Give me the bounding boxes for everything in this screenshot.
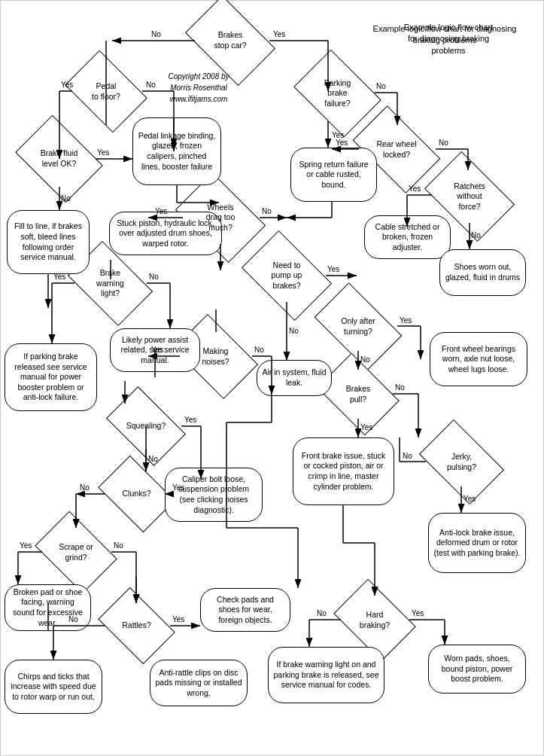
parking-brake-diamond: Parkingbrakefailure? [302, 67, 373, 120]
svg-text:No: No [254, 346, 264, 354]
need-pump-diamond: Need topump upbrakes? [249, 249, 324, 302]
brakes-stop-label: Brakesstop car? [212, 29, 248, 52]
making-noises-label: Makingnoises? [200, 345, 230, 368]
check-pads-text: Check pads and shoes for wear, foreign o… [205, 595, 285, 626]
spring-return-box: Spring return failure or cable rusted, b… [290, 148, 377, 202]
svg-text:No: No [80, 483, 90, 492]
pedal-floor-diamond: Pedalto floor? [72, 67, 140, 116]
brakes-stop-diamond: Brakesstop car? [193, 14, 268, 67]
svg-text:Yes: Yes [336, 139, 348, 147]
scrape-grind-label: Scrape orgrind? [57, 541, 95, 564]
cable-stretched-text: Cable stretched or broken, frozen adjust… [369, 222, 445, 253]
shoes-worn-text: Shoes worn out, glazed, fluid in drums [445, 262, 521, 282]
copyright-text: Copyright 2008 byMorris Rosenthalwww.ifi… [146, 71, 251, 105]
hard-braking-diamond: Hardbraking? [341, 596, 409, 645]
broken-pad-text: Broken pad or shoe facing, warning sound… [10, 587, 86, 629]
pedal-linkage-text: Pedal linkage binding, glazed, frozen ca… [138, 131, 216, 172]
fill-to-line-text: Fill to line, if brakes soft, bleed line… [12, 221, 84, 263]
svg-text:No: No [376, 82, 386, 90]
front-brake-text: Front brake issue, stuck or cocked pisto… [298, 451, 389, 492]
svg-text:Yes: Yes [273, 30, 285, 38]
rear-wheel-label: Rear wheellocked? [375, 138, 418, 161]
anti-lock-text: Anti-lock brake issue, deformed drum or … [433, 528, 521, 559]
jerky-pulsing-label: Jerky,pulsing? [445, 450, 478, 474]
front-brake-box: Front brake issue, stuck or cocked pisto… [293, 437, 394, 505]
caliper-bolt-box: Caliper bolt loose, suspension problem (… [165, 468, 263, 522]
svg-text:Yes: Yes [97, 148, 109, 157]
only-after-diamond: Only afterturning? [321, 302, 396, 351]
svg-text:Yes: Yes [184, 416, 196, 424]
brake-fluid-diamond: Brake fluidlevel OK? [23, 133, 95, 185]
brake-warning-label: Brakewarninglight? [95, 267, 126, 300]
svg-text:No: No [403, 452, 412, 460]
svg-text:No: No [289, 327, 299, 335]
front-wheel-text: Front wheel bearings worn, axle nut loos… [435, 344, 522, 375]
svg-text:No: No [395, 383, 405, 392]
spring-return-text: Spring return failure or cable rusted, b… [296, 160, 372, 191]
brakes-pull-diamond: Brakespull? [324, 370, 392, 419]
stuck-piston-text: Stuck piston, hydraulic lock, over adjus… [114, 218, 217, 249]
only-after-label: Only afterturning? [339, 315, 377, 338]
svg-text:No: No [317, 609, 327, 617]
rattles-diamond: Rattles? [105, 603, 169, 648]
chirps-ticks-box: Chirps and ticks that increase with spee… [5, 660, 102, 714]
ratchets-diamond: Ratchetswithoutforce? [432, 170, 507, 223]
chart-title: Example logic flow chartfor diagnosing b… [369, 22, 527, 56]
svg-text:No: No [151, 30, 161, 38]
svg-text:No: No [149, 273, 159, 281]
squealing-diamond: Squealing? [112, 404, 180, 449]
svg-text:Yes: Yes [412, 609, 424, 617]
clunks-label: Clunks? [121, 487, 153, 501]
check-pads-box: Check pads and shoes for wear, foreign o… [200, 588, 290, 632]
caliper-bolt-text: Caliper bolt loose, suspension problem (… [170, 474, 257, 516]
brake-warning-light-box: If brake warning light on and parking br… [268, 647, 384, 703]
flowchart-container: Example logic flow chart for diagnosing … [0, 0, 544, 756]
anti-rattle-box: Anti-rattle clips on disc pads missing o… [150, 660, 248, 706]
squealing-label: Squealing? [125, 419, 168, 433]
hard-braking-label: Hardbraking? [358, 608, 391, 632]
svg-text:No: No [114, 541, 123, 550]
need-pump-label: Need topump upbrakes? [270, 259, 304, 293]
worn-pads-box: Worn pads, shoes, bound piston, power bo… [428, 645, 526, 694]
parking-brake-label: Parkingbrakefailure? [323, 77, 353, 111]
scrape-grind-diamond: Scrape orgrind? [42, 528, 110, 577]
wheels-drag-label: Wheelsdrag toomuch? [205, 201, 237, 235]
svg-text:Yes: Yes [20, 541, 32, 550]
brakes-pull-label: Brakespull? [345, 383, 372, 406]
brake-warning-light-text: If brake warning light on and parking br… [273, 660, 379, 690]
broken-pad-box: Broken pad or shoe facing, warning sound… [5, 584, 91, 631]
cable-stretched-box: Cable stretched or broken, frozen adjust… [364, 215, 451, 259]
svg-text:No: No [439, 139, 448, 147]
fill-to-line-box: Fill to line, if brakes soft, bleed line… [7, 210, 90, 274]
ratchets-label: Ratchetswithoutforce? [452, 180, 486, 214]
svg-text:Yes: Yes [400, 316, 412, 325]
chirps-ticks-text: Chirps and ticks that increase with spee… [10, 672, 97, 703]
parking-brake-released-text: If parking brake released see service ma… [10, 352, 92, 403]
svg-text:Yes: Yes [172, 615, 184, 623]
jerky-pulsing-diamond: Jerky,pulsing? [426, 437, 497, 486]
brake-fluid-label: Brake fluidlevel OK? [39, 147, 80, 170]
svg-text:Yes: Yes [327, 265, 339, 273]
anti-rattle-text: Anti-rattle clips on disc pads missing o… [155, 668, 242, 699]
pedal-linkage-box: Pedal linkage binding, glazed, frozen ca… [132, 117, 221, 185]
air-in-system-box: Air in system, fluid leak. [257, 360, 332, 396]
svg-text:No: No [262, 207, 272, 215]
shoes-worn-box: Shoes worn out, glazed, fluid in drums [439, 249, 526, 296]
pedal-floor-label: Pedalto floor? [90, 80, 122, 103]
air-in-system-text: Air in system, fluid leak. [262, 367, 327, 388]
front-wheel-box: Front wheel bearings worn, axle nut loos… [430, 332, 527, 386]
rattles-label: Rattles? [120, 619, 153, 633]
worn-pads-text: Worn pads, shoes, bound piston, power bo… [433, 654, 521, 684]
clunks-diamond: Clunks? [105, 471, 169, 517]
parking-brake-released-box: If parking brake released see service ma… [5, 343, 97, 411]
likely-power-box: Likely power assist related, see service… [110, 328, 200, 372]
likely-power-text: Likely power assist related, see service… [115, 335, 195, 366]
anti-lock-box: Anti-lock brake issue, deformed drum or … [428, 513, 526, 573]
